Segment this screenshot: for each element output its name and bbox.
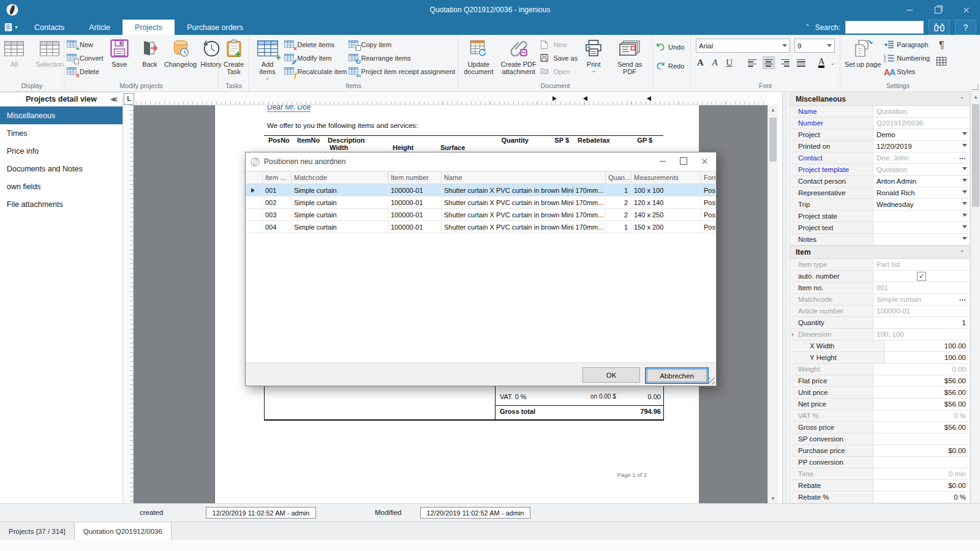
ribbon-tab[interactable]: Contacts bbox=[22, 20, 77, 35]
sidebar-item[interactable]: File attachments bbox=[0, 195, 123, 213]
modified-value[interactable]: 12/20/2019 11:02:52 AM - admin bbox=[420, 507, 530, 519]
property-value-field[interactable]: Quotation … bbox=[873, 164, 970, 175]
ok-button[interactable]: OK bbox=[582, 367, 640, 383]
property-value-field[interactable]: 001 … bbox=[873, 282, 970, 293]
ellipsis-button[interactable]: … bbox=[959, 153, 967, 160]
resize-grip[interactable] bbox=[708, 378, 715, 384]
sidebar-item[interactable]: own fields bbox=[0, 178, 123, 195]
new-document-button[interactable]: New bbox=[540, 39, 578, 50]
display-selection-button[interactable]: Selection bbox=[35, 37, 64, 69]
property-value-field[interactable]: Simple curtain … bbox=[873, 294, 970, 305]
recalculate-item-button[interactable]: ƒ Recalculate item bbox=[284, 66, 347, 77]
property-value-field[interactable]: 100; 100 … bbox=[873, 329, 970, 340]
property-value-field[interactable]: 100000-01 … bbox=[873, 305, 970, 317]
header-cell[interactable]: Item ... bbox=[263, 171, 292, 184]
property-value-field[interactable]: Q201912/0036 … bbox=[873, 118, 970, 129]
font-size-select[interactable]: 9 bbox=[794, 39, 835, 53]
align-left-button[interactable] bbox=[747, 57, 757, 69]
property-value-field[interactable]: $0.00 … bbox=[873, 480, 970, 491]
align-center-button[interactable] bbox=[763, 56, 774, 69]
new-project-button[interactable]: + New bbox=[67, 39, 104, 50]
delete-items-button[interactable]: × Delete items bbox=[284, 39, 347, 50]
property-value-field[interactable]: … bbox=[873, 234, 970, 245]
property-value-field[interactable]: 100.00 … bbox=[885, 352, 970, 363]
table-grid-button[interactable] bbox=[937, 57, 946, 66]
underline-button[interactable]: U bbox=[725, 58, 734, 68]
header-cell[interactable]: Quan... bbox=[606, 171, 631, 184]
modify-item-button[interactable]: Modify item bbox=[284, 52, 347, 64]
dialog-close-button[interactable] bbox=[694, 152, 715, 170]
dialog-minimize-button[interactable] bbox=[652, 152, 673, 170]
create-pdf-attachment-button[interactable]: Create PDF attachment bbox=[498, 37, 540, 77]
dropdown-arrow-icon[interactable] bbox=[962, 144, 967, 149]
header-cell[interactable]: Measurements bbox=[631, 171, 701, 184]
justify-button[interactable] bbox=[796, 57, 807, 69]
update-document-button[interactable]: Update document bbox=[461, 37, 497, 77]
project-item-receipt-assignment-button[interactable]: ∞ Project item receipt assignment bbox=[349, 66, 455, 77]
create-task-button[interactable]: Create Task bbox=[219, 37, 249, 77]
section-header-miscellaneous[interactable]: Miscellaneous ⌃ bbox=[790, 92, 970, 106]
sidebar-item[interactable]: Price info bbox=[0, 142, 123, 160]
created-value[interactable]: 12/20/2019 11:02:52 AM - admin bbox=[206, 507, 316, 519]
header-cell[interactable] bbox=[246, 171, 263, 184]
panel-scrollbar[interactable]: ▲ ▼ bbox=[970, 92, 980, 510]
scrollbar-thumb[interactable] bbox=[769, 118, 777, 162]
app-menu-button[interactable]: ▾ bbox=[0, 20, 22, 35]
property-value-field[interactable]: Quotation … bbox=[873, 106, 970, 117]
scroll-up-icon[interactable]: ▲ bbox=[768, 105, 778, 114]
ribbon-tab[interactable]: Projects bbox=[123, 20, 175, 35]
advanced-search-button[interactable] bbox=[929, 20, 950, 35]
styles-button[interactable]: Styles bbox=[884, 66, 935, 77]
dropdown-arrow-icon[interactable] bbox=[962, 190, 967, 196]
convert-project-button[interactable]: Convert bbox=[67, 52, 104, 64]
property-value-field[interactable]: $0.00 … bbox=[873, 445, 970, 456]
collapse-ribbon-icon[interactable]: ⌃ bbox=[805, 23, 810, 30]
property-value-field[interactable]: 12/20/2019 … bbox=[873, 141, 970, 152]
scroll-down-icon[interactable]: ▼ bbox=[768, 494, 778, 503]
header-cell[interactable]: Format bbox=[701, 171, 716, 184]
property-value-field[interactable]: Wednesday … bbox=[873, 199, 970, 210]
dropdown-arrow-icon[interactable] bbox=[962, 225, 967, 231]
header-cell[interactable]: Matchcode bbox=[292, 171, 388, 184]
property-value-field[interactable]: Part list … bbox=[873, 259, 970, 270]
close-button[interactable] bbox=[952, 0, 980, 20]
dialog-title-bar[interactable]: Positionen neu anordnen bbox=[246, 152, 716, 171]
property-value-field[interactable]: $56.00 … bbox=[873, 375, 970, 386]
add-items-button[interactable]: + Add items ⌄ bbox=[252, 37, 283, 81]
back-button[interactable]: Back bbox=[135, 37, 165, 69]
ribbon-tab[interactable]: Article bbox=[77, 20, 123, 35]
display-all-button[interactable]: All bbox=[0, 37, 29, 69]
tab-quotation[interactable]: Quotation Q201912/0036 bbox=[74, 522, 172, 541]
chevron-up-icon[interactable]: ⌃ bbox=[960, 96, 965, 103]
font-color-button[interactable]: A bbox=[818, 58, 824, 68]
help-button[interactable]: ? bbox=[955, 20, 976, 35]
property-value-field[interactable]: $56.00 … bbox=[873, 387, 970, 398]
font-family-select[interactable]: Arial bbox=[696, 39, 790, 53]
property-value-field[interactable]: 0 min … bbox=[873, 468, 970, 479]
minimize-button[interactable] bbox=[895, 0, 924, 20]
scroll-up-icon[interactable]: ▲ bbox=[971, 92, 980, 102]
save-button[interactable]: Save bbox=[105, 37, 134, 69]
margin-marker[interactable] bbox=[581, 96, 587, 101]
property-value-field[interactable]: 1 … bbox=[873, 317, 970, 328]
open-document-button[interactable]: Open bbox=[540, 66, 578, 77]
margin-marker[interactable] bbox=[552, 96, 559, 101]
property-value-field[interactable]: Demo … bbox=[873, 129, 970, 140]
delete-project-button[interactable]: × Delete bbox=[67, 66, 104, 77]
header-cell[interactable]: Name bbox=[442, 171, 606, 184]
sidebar-item[interactable]: Miscellaneous bbox=[0, 107, 123, 124]
send-as-pdf-button[interactable]: Send as PDF bbox=[609, 37, 650, 77]
numbering-button[interactable]: Numbering bbox=[884, 52, 935, 64]
property-value-field[interactable]: Doe, John … bbox=[873, 152, 970, 163]
document-scrollbar[interactable]: ▲ ▼ bbox=[767, 105, 778, 503]
header-cell[interactable]: Item number bbox=[388, 171, 442, 184]
scrollbar-thumb[interactable] bbox=[972, 104, 979, 207]
align-right-button[interactable] bbox=[780, 57, 791, 69]
property-value-field[interactable]: Ronald Rich … bbox=[873, 187, 970, 198]
rearrange-items-button[interactable]: ↻ Rearrange items bbox=[349, 52, 455, 64]
print-button[interactable]: Print ⌄ bbox=[579, 37, 608, 74]
property-value-field[interactable]: … bbox=[873, 271, 970, 282]
bold-button[interactable]: A bbox=[696, 58, 705, 68]
save-as-button[interactable]: Save as bbox=[540, 52, 578, 64]
property-value-field[interactable]: … bbox=[873, 222, 970, 233]
